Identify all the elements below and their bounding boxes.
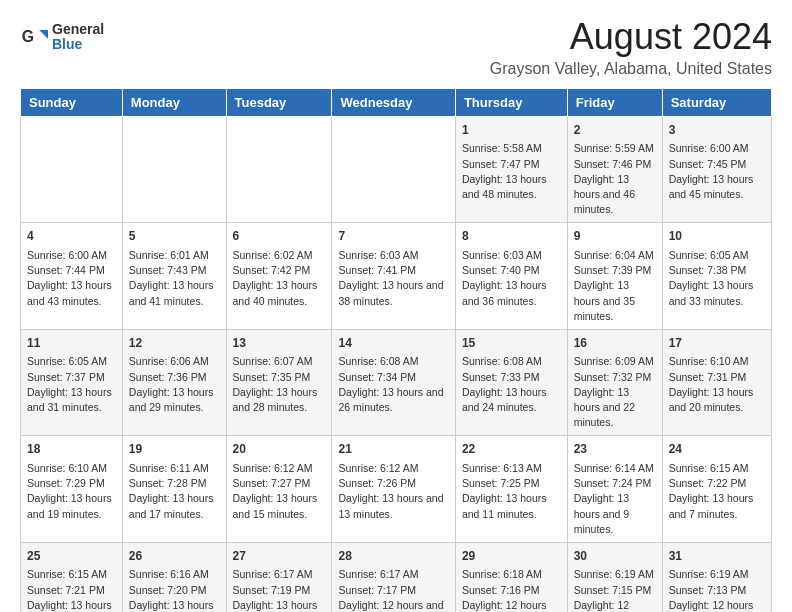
svg-marker-1 (39, 30, 48, 39)
day-number: 16 (574, 335, 656, 352)
calendar-cell: 6Sunrise: 6:02 AM Sunset: 7:42 PM Daylig… (226, 223, 332, 329)
day-info: Sunrise: 6:17 AM Sunset: 7:17 PM Dayligh… (338, 567, 448, 612)
day-info: Sunrise: 6:10 AM Sunset: 7:31 PM Dayligh… (669, 354, 765, 415)
day-info: Sunrise: 6:05 AM Sunset: 7:37 PM Dayligh… (27, 354, 116, 415)
day-info: Sunrise: 6:12 AM Sunset: 7:27 PM Dayligh… (233, 461, 326, 522)
day-info: Sunrise: 5:58 AM Sunset: 7:47 PM Dayligh… (462, 141, 561, 202)
calendar-header-row: SundayMondayTuesdayWednesdayThursdayFrid… (21, 89, 772, 117)
day-number: 29 (462, 548, 561, 565)
day-info: Sunrise: 6:00 AM Sunset: 7:45 PM Dayligh… (669, 141, 765, 202)
header-saturday: Saturday (662, 89, 771, 117)
calendar-week-3: 11Sunrise: 6:05 AM Sunset: 7:37 PM Dayli… (21, 329, 772, 435)
day-number: 6 (233, 228, 326, 245)
calendar-cell: 19Sunrise: 6:11 AM Sunset: 7:28 PM Dayli… (122, 436, 226, 542)
calendar-cell (21, 117, 123, 223)
day-info: Sunrise: 6:00 AM Sunset: 7:44 PM Dayligh… (27, 248, 116, 309)
day-number: 2 (574, 122, 656, 139)
day-number: 21 (338, 441, 448, 458)
day-info: Sunrise: 6:06 AM Sunset: 7:36 PM Dayligh… (129, 354, 220, 415)
calendar-cell: 5Sunrise: 6:01 AM Sunset: 7:43 PM Daylig… (122, 223, 226, 329)
day-info: Sunrise: 5:59 AM Sunset: 7:46 PM Dayligh… (574, 141, 656, 217)
header-sunday: Sunday (21, 89, 123, 117)
calendar-cell: 4Sunrise: 6:00 AM Sunset: 7:44 PM Daylig… (21, 223, 123, 329)
calendar-cell: 31Sunrise: 6:19 AM Sunset: 7:13 PM Dayli… (662, 542, 771, 612)
logo-icon: G (20, 23, 48, 51)
logo-general-text: General (52, 22, 104, 37)
calendar-cell: 26Sunrise: 6:16 AM Sunset: 7:20 PM Dayli… (122, 542, 226, 612)
calendar-cell: 11Sunrise: 6:05 AM Sunset: 7:37 PM Dayli… (21, 329, 123, 435)
day-number: 19 (129, 441, 220, 458)
header-tuesday: Tuesday (226, 89, 332, 117)
calendar-cell: 22Sunrise: 6:13 AM Sunset: 7:25 PM Dayli… (455, 436, 567, 542)
calendar-cell: 15Sunrise: 6:08 AM Sunset: 7:33 PM Dayli… (455, 329, 567, 435)
day-number: 25 (27, 548, 116, 565)
main-title: August 2024 (490, 16, 772, 58)
day-number: 30 (574, 548, 656, 565)
calendar-table: SundayMondayTuesdayWednesdayThursdayFrid… (20, 88, 772, 612)
logo-text: General Blue (52, 22, 104, 53)
day-info: Sunrise: 6:02 AM Sunset: 7:42 PM Dayligh… (233, 248, 326, 309)
calendar-cell: 16Sunrise: 6:09 AM Sunset: 7:32 PM Dayli… (567, 329, 662, 435)
calendar-cell: 29Sunrise: 6:18 AM Sunset: 7:16 PM Dayli… (455, 542, 567, 612)
day-info: Sunrise: 6:17 AM Sunset: 7:19 PM Dayligh… (233, 567, 326, 612)
calendar-cell: 17Sunrise: 6:10 AM Sunset: 7:31 PM Dayli… (662, 329, 771, 435)
calendar-cell: 24Sunrise: 6:15 AM Sunset: 7:22 PM Dayli… (662, 436, 771, 542)
title-area: August 2024 Grayson Valley, Alabama, Uni… (490, 16, 772, 78)
day-number: 22 (462, 441, 561, 458)
calendar-cell: 7Sunrise: 6:03 AM Sunset: 7:41 PM Daylig… (332, 223, 455, 329)
calendar-cell (122, 117, 226, 223)
calendar-cell (226, 117, 332, 223)
day-number: 13 (233, 335, 326, 352)
calendar-cell: 20Sunrise: 6:12 AM Sunset: 7:27 PM Dayli… (226, 436, 332, 542)
day-number: 24 (669, 441, 765, 458)
day-number: 5 (129, 228, 220, 245)
logo-blue-text: Blue (52, 37, 104, 52)
day-number: 12 (129, 335, 220, 352)
calendar-cell: 2Sunrise: 5:59 AM Sunset: 7:46 PM Daylig… (567, 117, 662, 223)
day-number: 14 (338, 335, 448, 352)
calendar-cell: 8Sunrise: 6:03 AM Sunset: 7:40 PM Daylig… (455, 223, 567, 329)
day-number: 27 (233, 548, 326, 565)
day-info: Sunrise: 6:03 AM Sunset: 7:41 PM Dayligh… (338, 248, 448, 309)
day-number: 1 (462, 122, 561, 139)
calendar-cell: 3Sunrise: 6:00 AM Sunset: 7:45 PM Daylig… (662, 117, 771, 223)
day-info: Sunrise: 6:07 AM Sunset: 7:35 PM Dayligh… (233, 354, 326, 415)
calendar-week-4: 18Sunrise: 6:10 AM Sunset: 7:29 PM Dayli… (21, 436, 772, 542)
day-info: Sunrise: 6:13 AM Sunset: 7:25 PM Dayligh… (462, 461, 561, 522)
header-thursday: Thursday (455, 89, 567, 117)
day-number: 11 (27, 335, 116, 352)
day-info: Sunrise: 6:08 AM Sunset: 7:34 PM Dayligh… (338, 354, 448, 415)
day-number: 26 (129, 548, 220, 565)
header-monday: Monday (122, 89, 226, 117)
day-info: Sunrise: 6:16 AM Sunset: 7:20 PM Dayligh… (129, 567, 220, 612)
day-info: Sunrise: 6:19 AM Sunset: 7:13 PM Dayligh… (669, 567, 765, 612)
calendar-cell: 27Sunrise: 6:17 AM Sunset: 7:19 PM Dayli… (226, 542, 332, 612)
calendar-cell (332, 117, 455, 223)
calendar-cell: 1Sunrise: 5:58 AM Sunset: 7:47 PM Daylig… (455, 117, 567, 223)
day-number: 18 (27, 441, 116, 458)
day-number: 8 (462, 228, 561, 245)
day-info: Sunrise: 6:18 AM Sunset: 7:16 PM Dayligh… (462, 567, 561, 612)
logo: G General Blue (20, 22, 104, 53)
calendar-cell: 10Sunrise: 6:05 AM Sunset: 7:38 PM Dayli… (662, 223, 771, 329)
day-info: Sunrise: 6:10 AM Sunset: 7:29 PM Dayligh… (27, 461, 116, 522)
calendar-cell: 18Sunrise: 6:10 AM Sunset: 7:29 PM Dayli… (21, 436, 123, 542)
day-info: Sunrise: 6:19 AM Sunset: 7:15 PM Dayligh… (574, 567, 656, 612)
day-info: Sunrise: 6:09 AM Sunset: 7:32 PM Dayligh… (574, 354, 656, 430)
calendar-week-1: 1Sunrise: 5:58 AM Sunset: 7:47 PM Daylig… (21, 117, 772, 223)
calendar-cell: 25Sunrise: 6:15 AM Sunset: 7:21 PM Dayli… (21, 542, 123, 612)
day-info: Sunrise: 6:12 AM Sunset: 7:26 PM Dayligh… (338, 461, 448, 522)
day-number: 9 (574, 228, 656, 245)
day-info: Sunrise: 6:04 AM Sunset: 7:39 PM Dayligh… (574, 248, 656, 324)
calendar-week-5: 25Sunrise: 6:15 AM Sunset: 7:21 PM Dayli… (21, 542, 772, 612)
day-info: Sunrise: 6:08 AM Sunset: 7:33 PM Dayligh… (462, 354, 561, 415)
day-number: 7 (338, 228, 448, 245)
svg-text:G: G (22, 29, 34, 46)
day-info: Sunrise: 6:05 AM Sunset: 7:38 PM Dayligh… (669, 248, 765, 309)
day-number: 31 (669, 548, 765, 565)
calendar-cell: 13Sunrise: 6:07 AM Sunset: 7:35 PM Dayli… (226, 329, 332, 435)
day-number: 17 (669, 335, 765, 352)
header: G General Blue August 2024 Grayson Valle… (20, 16, 772, 78)
calendar-week-2: 4Sunrise: 6:00 AM Sunset: 7:44 PM Daylig… (21, 223, 772, 329)
day-number: 20 (233, 441, 326, 458)
